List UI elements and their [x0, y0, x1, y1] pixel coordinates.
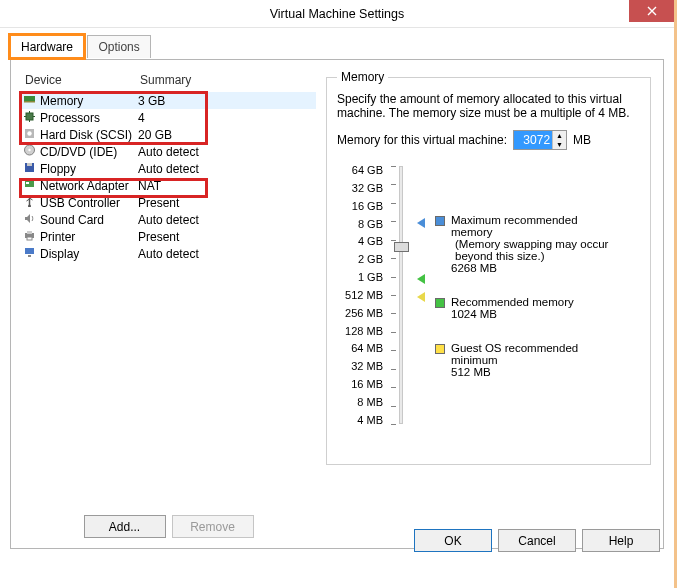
rec-marker-icon — [417, 274, 425, 284]
disk-icon — [23, 127, 36, 142]
remove-button[interactable]: Remove — [172, 515, 254, 538]
tab-panel-hardware: Device Summary Memory3 GBProcessors4Hard… — [10, 59, 664, 549]
device-buttons: Add... Remove — [21, 505, 316, 538]
tick-label: 4 MB — [337, 414, 383, 426]
device-summary: NAT — [138, 179, 314, 193]
spinner-buttons: ▲ ▼ — [552, 131, 566, 149]
memory-tick-labels: 64 GB32 GB16 GB8 GB4 GB2 GB1 GB512 MB256… — [337, 164, 385, 426]
tick-label: 32 GB — [337, 182, 383, 194]
tick-label: 32 MB — [337, 360, 383, 372]
tick-label: 512 MB — [337, 289, 383, 301]
slider-track — [399, 166, 403, 424]
rec-icon — [435, 298, 445, 308]
ok-button[interactable]: OK — [414, 529, 492, 552]
device-row[interactable]: Sound CardAuto detect — [21, 211, 316, 228]
tick-label: 8 MB — [337, 396, 383, 408]
max-rec-info: Maximum recommended memory (Memory swapp… — [435, 214, 615, 274]
tab-options[interactable]: Options — [87, 35, 150, 58]
device-row[interactable]: PrinterPresent — [21, 228, 316, 245]
usb-icon — [23, 195, 36, 210]
svg-rect-14 — [27, 237, 32, 240]
tick-label: 64 GB — [337, 164, 383, 176]
vm-settings-window: Virtual Machine Settings Hardware Option… — [0, 0, 677, 588]
tick-label: 1 GB — [337, 271, 383, 283]
spinner-up[interactable]: ▲ — [553, 131, 566, 140]
cancel-button[interactable]: Cancel — [498, 529, 576, 552]
tab-hardware[interactable]: Hardware — [10, 35, 84, 58]
device-name: Printer — [40, 230, 75, 244]
help-button[interactable]: Help — [582, 529, 660, 552]
tick-label: 64 MB — [337, 342, 383, 354]
device-row[interactable]: Hard Disk (SCSI)20 GB — [21, 126, 316, 143]
slider-thumb[interactable] — [394, 242, 409, 252]
max-rec-note: (Memory swapping may occur beyond this s… — [451, 238, 615, 262]
device-list: Memory3 GBProcessors4Hard Disk (SCSI)20 … — [21, 92, 316, 262]
device-summary: 3 GB — [138, 94, 314, 108]
svg-rect-13 — [27, 231, 32, 234]
device-summary: Auto detect — [138, 247, 314, 261]
device-summary: Auto detect — [138, 145, 314, 159]
device-row[interactable]: DisplayAuto detect — [21, 245, 316, 262]
titlebar: Virtual Machine Settings — [0, 0, 674, 28]
device-row[interactable]: Network AdapterNAT — [21, 177, 316, 194]
tick-label: 16 MB — [337, 378, 383, 390]
add-button[interactable]: Add... — [84, 515, 166, 538]
memory-icon — [23, 93, 36, 108]
display-icon — [23, 246, 36, 261]
close-icon — [647, 6, 657, 16]
spinner-down[interactable]: ▼ — [553, 140, 566, 149]
svg-rect-10 — [26, 182, 29, 184]
memory-legend: Memory — [337, 70, 388, 84]
device-name: Display — [40, 247, 79, 261]
tick-label: 2 GB — [337, 253, 383, 265]
device-row[interactable]: Processors4 — [21, 109, 316, 126]
min-icon — [435, 344, 445, 354]
device-name: Memory — [40, 94, 83, 108]
min-info: Guest OS recommended minimum 512 MB — [435, 342, 615, 378]
device-row[interactable]: USB ControllerPresent — [21, 194, 316, 211]
tab-strip: Hardware Options — [10, 34, 664, 59]
max-rec-label: Maximum recommended memory — [451, 214, 615, 238]
memory-info: Maximum recommended memory (Memory swapp… — [435, 164, 640, 434]
max-rec-val: 6268 MB — [451, 262, 615, 274]
settings-panel: Memory Specify the amount of memory allo… — [324, 70, 653, 538]
memory-slider[interactable] — [389, 164, 413, 426]
memory-unit: MB — [573, 133, 591, 147]
device-summary: Auto detect — [138, 213, 314, 227]
memory-input-label: Memory for this virtual machine: — [337, 133, 507, 147]
svg-point-6 — [28, 149, 30, 151]
device-row[interactable]: FloppyAuto detect — [21, 160, 316, 177]
cd-icon — [23, 144, 36, 159]
svg-rect-0 — [24, 96, 35, 101]
window-title: Virtual Machine Settings — [270, 7, 405, 21]
svg-point-4 — [27, 131, 31, 135]
device-name: CD/DVD (IDE) — [40, 145, 117, 159]
svg-rect-15 — [25, 248, 34, 254]
tick-label: 256 MB — [337, 307, 383, 319]
device-summary: Present — [138, 230, 314, 244]
rec-val: 1024 MB — [451, 308, 574, 320]
device-row[interactable]: Memory3 GB — [21, 92, 316, 109]
slider-ticks — [391, 166, 397, 424]
tick-label: 16 GB — [337, 200, 383, 212]
tick-label: 128 MB — [337, 325, 383, 337]
memory-spinner[interactable]: ▲ ▼ — [513, 130, 567, 150]
rec-info: Recommended memory 1024 MB — [435, 296, 615, 320]
close-button[interactable] — [629, 0, 674, 22]
min-label: Guest OS recommended minimum — [451, 342, 615, 366]
tick-label: 8 GB — [337, 218, 383, 230]
col-device[interactable]: Device — [21, 70, 136, 92]
device-name: Hard Disk (SCSI) — [40, 128, 132, 142]
col-summary[interactable]: Summary — [136, 70, 316, 92]
device-summary: Auto detect — [138, 162, 314, 176]
svg-rect-2 — [26, 113, 33, 120]
memory-value-input[interactable] — [514, 131, 552, 149]
min-val: 512 MB — [451, 366, 615, 378]
svg-rect-1 — [24, 101, 35, 103]
device-name: Sound Card — [40, 213, 104, 227]
dialog-content: Hardware Options Device Summary Memory3 … — [0, 28, 674, 557]
device-panel: Device Summary Memory3 GBProcessors4Hard… — [21, 70, 316, 538]
device-row[interactable]: CD/DVD (IDE)Auto detect — [21, 143, 316, 160]
device-summary: 20 GB — [138, 128, 314, 142]
max-marker-icon — [417, 218, 425, 228]
